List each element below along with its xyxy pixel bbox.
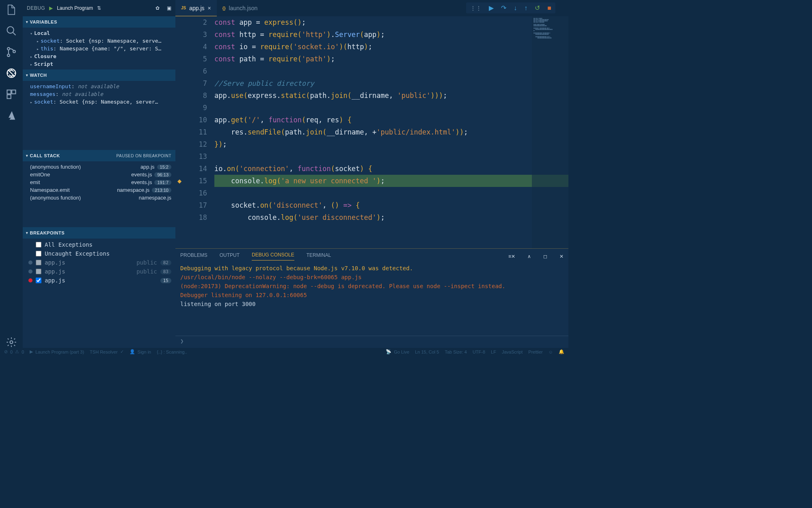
watch-row[interactable]: ▸socket: Socket {nsp: Namespace, server… [23,98,175,106]
explorer-icon[interactable] [6,4,17,15]
bottom-panel: PROBLEMS OUTPUT DEBUG CONSOLE TERMINAL ≡… [175,248,568,348]
svg-point-1 [7,48,10,50]
watch-panel: usernameInput: not availablemessages: no… [23,81,175,150]
tab-terminal[interactable]: TERMINAL [307,252,331,261]
breakpoint-row[interactable]: app.js15 [23,276,175,285]
status-errors[interactable]: ⊘ 0 ⚠ 0 [4,349,24,354]
tab-output[interactable]: OUTPUT [220,252,240,261]
code-editor[interactable]: ◆ 23456789101112131415161718 const app =… [175,16,568,248]
callstack-row[interactable]: Namespace.emitnamespace.js213:10 [23,186,175,194]
status-tabsize[interactable]: Tab Size: 4 [445,350,467,354]
svg-point-2 [7,54,10,56]
svg-point-3 [13,50,15,53]
status-signin[interactable]: 👤 Sign in [130,349,151,354]
status-lang[interactable]: JavaScript [502,350,523,354]
status-eol[interactable]: LF [491,350,496,354]
svg-rect-7 [7,95,11,98]
source-control-icon[interactable] [6,46,17,58]
scope-row[interactable]: ▸Script [23,60,175,68]
panel-tab-bar: PROBLEMS OUTPUT DEBUG CONSOLE TERMINAL ≡… [175,249,568,261]
debug-console-input[interactable]: ❯ [175,336,568,348]
stop-icon[interactable]: ■ [547,4,551,12]
watch-row[interactable]: usernameInput: not available [23,82,175,90]
status-prettier[interactable]: Prettier [528,350,542,354]
collapse-icon[interactable]: ∧ [527,254,531,259]
scope-row[interactable]: ▸Closure [23,52,175,60]
callstack-header[interactable]: ▾CALL STACKPAUSED ON BREAKPOINT [23,150,175,161]
debug-icon[interactable] [6,67,17,79]
debug-sidebar: DEBUG ▶ Launch Program ⇅ ✿ ▣ ▾VARIABLES … [23,0,175,348]
status-scanning[interactable]: {..} : Scanning.. [157,350,187,354]
drag-handle-icon[interactable]: ⋮⋮ [470,5,482,11]
maximize-panel-icon[interactable]: ◻ [543,254,547,259]
editor-tab[interactable]: {}launch.json [217,0,263,16]
tab-debug-console[interactable]: DEBUG CONSOLE [252,252,294,261]
svg-rect-6 [12,90,15,94]
debug-config-bar: DEBUG ▶ Launch Program ⇅ ✿ ▣ [23,0,175,16]
extensions-icon[interactable] [6,89,17,100]
azure-icon[interactable] [6,110,17,121]
config-dropdown-icon[interactable]: ⇅ [97,5,101,11]
watch-header[interactable]: ▾WATCH [23,69,175,81]
activity-bar [0,0,23,348]
console-line: Debugging with legacy protocol because N… [180,264,564,273]
editor-area: ⋮⋮ ▶ ↷ ↓ ↑ ↺ ■ ◫ ⋯ JSapp.js×{}launch.jso… [175,0,568,348]
bp-checkbox[interactable] [36,251,41,256]
console-line: Debugger listening on 127.0.0.1:60065 [180,291,564,300]
bp-checkbox[interactable] [36,242,41,247]
search-icon[interactable] [6,25,17,37]
callstack-panel: (anonymous function)app.js15:2emitOneeve… [23,161,175,227]
svg-rect-5 [7,90,11,94]
clear-console-icon[interactable]: ≡✕ [508,254,515,259]
bp-checkbox[interactable] [36,278,41,283]
debug-settings-icon[interactable]: ✿ [155,5,160,11]
svg-point-8 [10,341,13,344]
console-line: listening on port 3000 [180,300,564,308]
breakpoint-row[interactable]: All Exceptions [23,240,175,249]
variable-row[interactable]: ▸this: Namespace {name: "/", server: S… [23,45,175,52]
status-bar: ⊘ 0 ⚠ 0 ▶ Launch Program (part 3) TSH Re… [0,348,568,356]
svg-point-0 [7,27,14,33]
variables-panel: ▾Local▸socket: Socket {nsp: Namespace, s… [23,28,175,69]
debug-console-toggle-icon[interactable]: ▣ [167,5,171,11]
step-out-icon[interactable]: ↑ [524,4,527,12]
breakpoint-row[interactable]: app.jspublic83 [23,267,175,276]
debug-console-output[interactable]: Debugging with legacy protocol because N… [175,261,568,336]
status-encoding[interactable]: UTF-8 [473,350,485,354]
breakpoint-row[interactable]: Uncaught Exceptions [23,249,175,258]
debug-label: DEBUG [27,5,45,11]
breakpoints-panel: All ExceptionsUncaught Exceptionsapp.jsp… [23,239,175,348]
minimap[interactable]: ████ ███ █ ███████ ████ ████ █ █████████… [532,16,568,248]
callstack-row[interactable]: emitevents.js191:7 [23,178,175,186]
status-golive[interactable]: 📡 Go Live [386,349,409,354]
breakpoint-row[interactable]: app.jspublic82 [23,258,175,267]
variable-row[interactable]: ▸socket: Socket {nsp: Namespace, serve… [23,37,175,45]
continue-icon[interactable]: ▶ [489,4,494,12]
callstack-row[interactable]: emitOneevents.js96:13 [23,171,175,178]
debug-toolbar: ⋮⋮ ▶ ↷ ↓ ↑ ↺ ■ [466,2,555,13]
close-tab-icon[interactable]: × [208,5,211,11]
callstack-row[interactable]: (anonymous function)app.js15:2 [23,163,175,171]
editor-tab[interactable]: JSapp.js× [175,0,217,16]
callstack-row[interactable]: (anonymous function)namespace.js [23,194,175,202]
status-resolver[interactable]: TSH Resolver ✓ [90,349,123,354]
restart-icon[interactable]: ↺ [535,4,540,12]
tab-problems[interactable]: PROBLEMS [180,252,207,261]
status-lncol[interactable]: Ln 15, Col 5 [415,350,439,354]
settings-gear-icon[interactable] [6,336,17,348]
status-bell-icon[interactable]: 🔔 [559,349,564,354]
variables-header[interactable]: ▾VARIABLES [23,16,175,28]
start-debug-icon[interactable]: ▶ [49,5,53,11]
debug-config-name[interactable]: Launch Program [57,5,93,11]
step-into-icon[interactable]: ↓ [514,4,517,12]
console-line: (node:20173) DeprecationWarning: node --… [180,282,564,291]
status-launch[interactable]: ▶ Launch Program (part 3) [30,349,84,354]
bp-checkbox[interactable] [36,260,41,265]
status-feedback-icon[interactable]: ☺ [549,350,553,354]
bp-checkbox[interactable] [36,269,41,274]
step-over-icon[interactable]: ↷ [501,4,506,12]
breakpoints-header[interactable]: ▾BREAKPOINTS [23,227,175,239]
close-panel-icon[interactable]: ✕ [559,254,564,259]
scope-row[interactable]: ▾Local [23,29,175,37]
watch-row[interactable]: messages: not available [23,90,175,98]
